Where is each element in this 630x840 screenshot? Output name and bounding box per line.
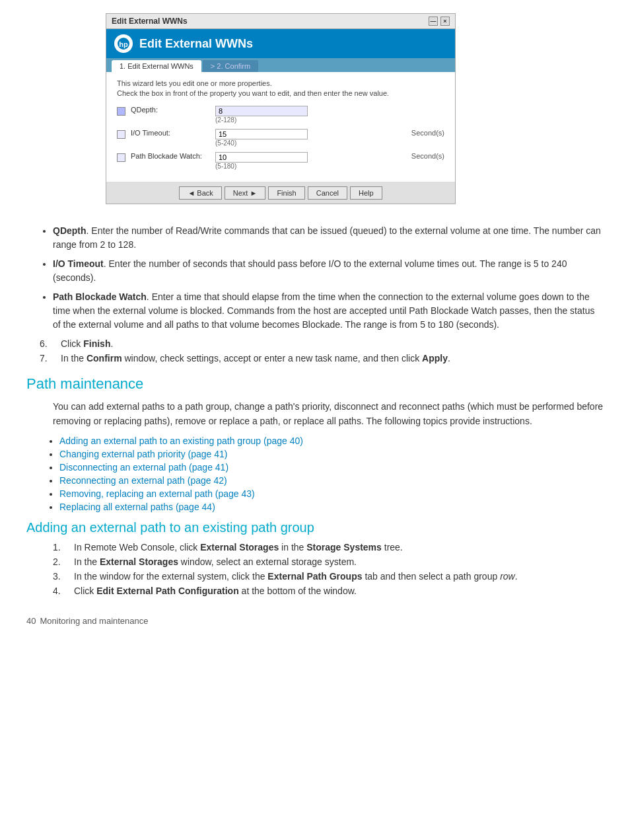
path-blockade-label: Path Blockade Watch: [131,152,210,160]
adding-step-1-bold2: Storage Systems [306,542,382,553]
qdepth-text: . Enter the number of Read/Write command… [53,225,601,250]
dialog-header: hp Edit External WWNs [106,29,455,58]
numbered-steps-section: 6. Click Finish. 7. In the Confirm windo… [33,338,604,363]
io-timeout-label: I/O Timeout: [131,129,210,137]
adding-step-3-num: 3. [53,571,69,582]
link-item-2: Changing external path priority (page 41… [59,449,604,459]
bullet-section: QDepth. Enter the number of Read/Write c… [26,224,604,363]
adding-step-3-italic: row [500,571,515,582]
help-button[interactable]: Help [350,186,382,200]
qdepth-checkbox[interactable] [117,107,125,116]
io-timeout-bold: I/O Timeout [53,258,104,269]
io-timeout-field: (5-240) [215,129,402,147]
link-removing[interactable]: Removing, replacing an external path (pa… [59,488,255,499]
adding-step-4: 4. Click Edit External Path Configuratio… [53,586,604,596]
link-item-1: Adding an external path to an existing p… [59,436,604,446]
step-7: 7. In the Confirm window, check settings… [40,353,604,363]
qdepth-label: QDepth: [131,106,210,114]
link-item-6: Replacing all external paths (page 44) [59,502,604,512]
qdepth-bold: QDepth [53,225,87,236]
adding-step-1-bold1: External Storages [200,542,279,553]
adding-step-3: 3. In the window for the external system… [53,571,604,582]
adding-step-1-text: In Remote Web Console, click External St… [74,542,403,553]
link-replacing[interactable]: Replacing all external paths (page 44) [59,502,215,512]
close-button[interactable]: × [440,17,450,26]
qdepth-bullet: QDepth. Enter the number of Read/Write c… [53,224,604,252]
page-number: 40 [26,616,36,626]
io-timeout-text: . Enter the number of seconds that shoul… [53,258,567,283]
io-timeout-row: I/O Timeout: (5-240) Second(s) [117,129,444,147]
dialog-instructions: This wizard lets you edit one or more pr… [117,79,444,99]
tab-confirm[interactable]: > 2. Confirm [203,60,258,72]
qdepth-input[interactable] [215,106,308,116]
path-maintenance-section: Path maintenance You can add external pa… [26,375,604,512]
adding-step-2-num: 2. [53,556,69,567]
adding-step-3-bold: External Path Groups [267,571,362,582]
link-reconnecting[interactable]: Reconnecting an external path (page 42) [59,475,227,486]
link-adding[interactable]: Adding an external path to an existing p… [59,436,303,446]
adding-step-4-text: Click Edit External Path Configuration a… [74,586,357,596]
path-blockade-row: Path Blockade Watch: (5-180) Second(s) [117,152,444,170]
instructions-line1: This wizard lets you edit one or more pr… [117,79,444,89]
link-disconnecting[interactable]: Disconnecting an external path (page 41) [59,462,228,473]
step-7-num: 7. [40,353,55,363]
step-6-bold: Finish [83,338,110,349]
adding-step-3-text: In the window for the external system, c… [74,571,518,582]
io-timeout-hint: (5-240) [215,139,402,147]
adding-heading: Adding an external path to an existing p… [26,520,604,535]
minimize-button[interactable]: — [429,17,438,26]
adding-steps: 1. In Remote Web Console, click External… [26,542,604,596]
adding-step-4-num: 4. [53,586,69,596]
step-7-bold1: Confirm [87,353,122,363]
properties-list: QDepth. Enter the number of Read/Write c… [33,224,604,332]
dialog-body: hp Edit External WWNs 1. Edit External W… [106,28,456,204]
path-blockade-input[interactable] [215,152,308,163]
dialog-header-title: Edit External WWNs [139,37,253,51]
adding-step-2-bold: External Storages [100,556,178,567]
cancel-button[interactable]: Cancel [308,186,347,200]
io-timeout-checkbox[interactable] [117,130,125,139]
dialog-tabs: 1. Edit External WWNs > 2. Confirm [106,58,455,72]
adding-step-1: 1. In Remote Web Console, click External… [53,542,604,553]
adding-step-1-num: 1. [53,542,69,553]
io-timeout-unit: Second(s) [411,129,444,137]
dialog-content: This wizard lets you edit one or more pr… [106,72,455,182]
dialog-titlebar: Edit External WWNs — × [106,13,456,28]
qdepth-row: QDepth: (2-128) [117,106,444,124]
link-changing[interactable]: Changing external path priority (page 41… [59,449,228,459]
link-item-5: Removing, replacing an external path (pa… [59,488,604,499]
step-7-text: In the Confirm window, check settings, a… [61,353,450,363]
finish-button[interactable]: Finish [268,186,304,200]
step-6-text: Click Finish. [61,338,113,349]
adding-step-2: 2. In the External Storages window, sele… [53,556,604,567]
back-button[interactable]: ◄ Back [179,186,221,200]
footer-label: Monitoring and maintenance [40,616,148,626]
tab-edit-external-wwns[interactable]: 1. Edit External WWNs [112,60,201,72]
dialog-titlebar-controls: — × [429,17,450,26]
path-blockade-field: (5-180) [215,152,402,170]
io-timeout-bullet: I/O Timeout. Enter the number of seconds… [53,257,604,285]
adding-step-4-bold: Edit External Path Configuration [96,586,238,596]
step-6-num: 6. [40,338,55,349]
qdepth-field: (2-128) [215,106,444,124]
next-button[interactable]: Next ► [225,186,266,200]
path-maintenance-links: Adding an external path to an existing p… [26,436,604,512]
page-footer: 40 Monitoring and maintenance [26,616,604,626]
io-timeout-input[interactable] [215,129,308,139]
path-maintenance-body: You can add external paths to a path gro… [26,399,604,429]
link-item-3: Disconnecting an external path (page 41) [59,462,604,473]
adding-external-path-section: Adding an external path to an existing p… [26,520,604,596]
step-6: 6. Click Finish. [40,338,604,349]
edit-external-wwns-dialog: Edit External WWNs — × hp Edit External … [106,13,456,204]
link-item-4: Reconnecting an external path (page 42) [59,475,604,486]
path-blockade-unit: Second(s) [411,152,444,160]
dialog-footer: ◄ Back Next ► Finish Cancel Help [106,182,455,204]
dialog-title: Edit External WWNs [112,17,188,26]
path-blockade-bullet: Path Blockade Watch. Enter a time that s… [53,290,604,332]
adding-step-2-text: In the External Storages window, select … [74,556,357,567]
step-7-bold2: Apply [422,353,448,363]
path-blockade-hint: (5-180) [215,163,402,170]
path-blockade-checkbox[interactable] [117,153,125,162]
hp-logo: hp [114,34,133,53]
instructions-line2: Check the box in front of the property y… [117,89,444,98]
